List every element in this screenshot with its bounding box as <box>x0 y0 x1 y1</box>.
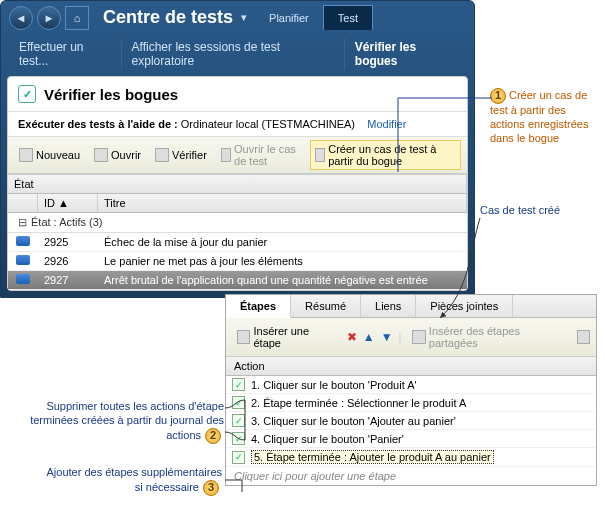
tab-planifier[interactable]: Planifier <box>255 6 323 30</box>
annotation-1: 1Créer un cas de test à partir des actio… <box>490 88 600 145</box>
new-icon <box>19 148 33 162</box>
new-button[interactable]: Nouveau <box>14 145 85 165</box>
state-active-icon <box>16 274 30 284</box>
insert-step-icon <box>237 330 250 344</box>
table-row[interactable]: 2925 Échec de la mise à jour du panier <box>8 233 467 252</box>
home-button[interactable]: ⌂ <box>65 6 89 30</box>
table-row-selected[interactable]: 2927 Arrêt brutal de l'application quand… <box>8 271 467 290</box>
action-col-header: Action <box>226 357 596 376</box>
panel-title: Vérifier les bogues <box>44 86 178 103</box>
insert-step-button[interactable]: Insérer une étape <box>232 322 341 352</box>
step-row[interactable]: ✓1. Cliquer sur le bouton 'Produit A' <box>226 376 596 394</box>
create-case-from-bug-button[interactable]: Créer un cas de test à partir du bogue <box>310 140 461 170</box>
annotation-2: Supprimer toutes les actions d'étape ter… <box>6 400 224 444</box>
add-step-placeholder[interactable]: Cliquer ici pour ajouter une étape <box>226 467 596 485</box>
subnav-run-test[interactable]: Effectuer un test... <box>9 38 122 70</box>
annotation-case-created: Cas de test créé <box>480 204 570 218</box>
dropdown-icon[interactable]: ▾ <box>241 11 247 24</box>
detail-tab-attachments[interactable]: Pièces jointes <box>416 295 513 317</box>
step-row[interactable]: ✓2. Étape terminée : Sélectionner le pro… <box>226 394 596 412</box>
delete-step-icon[interactable]: ✖ <box>347 330 357 344</box>
subnav-verify-bugs[interactable]: Vérifier les bogues <box>345 38 466 70</box>
step-row-selected[interactable]: ✓5. Étape terminée : Ajouter le produit … <box>226 448 596 467</box>
collapse-icon[interactable]: ⊟ <box>18 216 27 228</box>
step-row[interactable]: ✓4. Cliquer sur le bouton 'Panier' <box>226 430 596 448</box>
detail-tab-steps[interactable]: Étapes <box>226 295 291 318</box>
state-active-icon <box>16 255 30 265</box>
step-icon: ✓ <box>232 414 245 427</box>
group-row[interactable]: ⊟État : Actifs (3) <box>8 213 467 233</box>
annotation-3: Ajouter des étapes supplémentaires si né… <box>44 466 222 496</box>
back-button[interactable]: ◄ <box>9 6 33 30</box>
table-row[interactable]: 2926 Le panier ne met pas à jour les élé… <box>8 252 467 271</box>
detail-tab-links[interactable]: Liens <box>361 295 416 317</box>
modify-link[interactable]: Modifier <box>367 118 406 130</box>
step-icon: ✓ <box>232 432 245 445</box>
verify-icon: ✓ <box>18 85 36 103</box>
forward-button[interactable]: ► <box>37 6 61 30</box>
verify-btn-icon <box>155 148 169 162</box>
insert-shared-icon <box>412 330 425 344</box>
move-up-icon[interactable]: ▲ <box>363 330 375 344</box>
run-value: Ordinateur local (TESTMACHINEA) <box>181 118 355 130</box>
state-col-header[interactable]: État <box>8 175 467 193</box>
step-icon: ✓ <box>232 396 245 409</box>
step-icon: ✓ <box>232 451 245 464</box>
col-id[interactable]: ID ▲ <box>38 194 98 212</box>
create-case-icon <box>315 148 325 162</box>
tab-test[interactable]: Test <box>323 5 373 30</box>
state-active-icon <box>16 236 30 246</box>
open-case-icon <box>221 148 231 162</box>
detail-tab-summary[interactable]: Résumé <box>291 295 361 317</box>
subnav-exploratory[interactable]: Afficher les sessions de test exploratoi… <box>122 38 345 70</box>
step-icon: ✓ <box>232 378 245 391</box>
open-case-button[interactable]: Ouvrir le cas de test <box>216 140 306 170</box>
run-label: Exécuter des tests à l'aide de : <box>18 118 178 130</box>
open-button[interactable]: Ouvrir <box>89 145 146 165</box>
extra-tool-icon[interactable] <box>577 330 590 344</box>
move-down-icon[interactable]: ▼ <box>381 330 393 344</box>
verify-button[interactable]: Vérifier <box>150 145 212 165</box>
col-title[interactable]: Titre <box>98 194 467 212</box>
open-icon <box>94 148 108 162</box>
step-row[interactable]: ✓3. Cliquer sur le bouton 'Ajouter au pa… <box>226 412 596 430</box>
app-title: Centre de tests <box>103 7 233 28</box>
insert-shared-button[interactable]: Insérer des étapes partagées <box>407 322 570 352</box>
col-blank[interactable] <box>8 194 38 212</box>
